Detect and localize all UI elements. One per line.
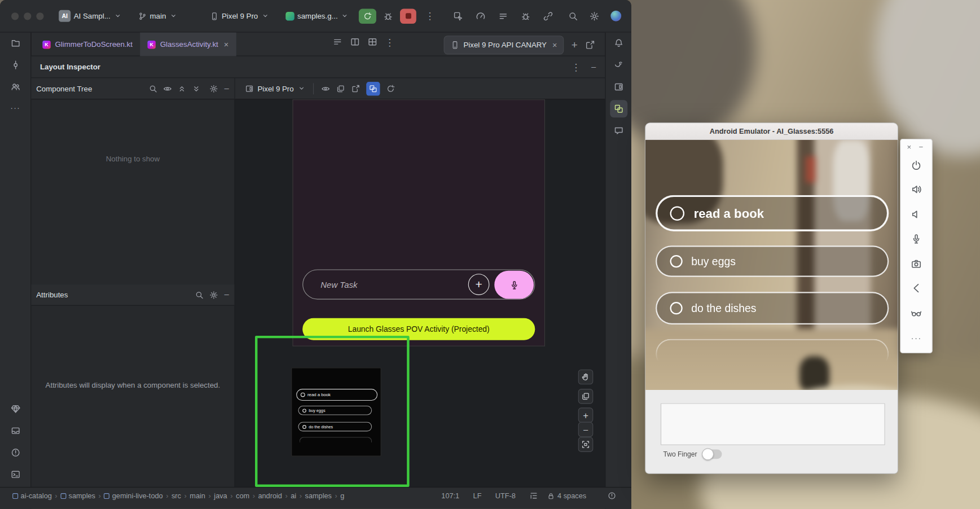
gemini-chat-icon[interactable] <box>613 126 623 136</box>
tab-glassesactivity[interactable]: K GlassesActivity.kt × <box>140 33 236 56</box>
emulator-titlebar[interactable]: Android Emulator - AI_Glasses:5556 <box>645 123 897 140</box>
debug-button[interactable] <box>381 9 395 23</box>
two-finger-toggle[interactable] <box>703 450 722 459</box>
editor-more-button[interactable]: ⋮ <box>385 37 394 47</box>
split-view-icon[interactable] <box>350 37 360 47</box>
encoding-indicator[interactable]: UTF-8 <box>495 492 516 499</box>
app-inspection-icon[interactable] <box>521 11 531 21</box>
zoom-out-button[interactable]: − <box>578 422 594 437</box>
emulator-screen[interactable]: read a book buy eggs do the dishes <box>645 140 897 389</box>
minimize-icon[interactable]: − <box>224 84 230 93</box>
volume-down-button[interactable] <box>900 202 931 227</box>
running-device-tab[interactable]: Pixel 9 Pro API CANARY × <box>443 36 564 54</box>
notifications-bell-icon[interactable] <box>613 38 623 49</box>
breadcrumb-item[interactable]: src <box>172 492 181 499</box>
snapshot-icon[interactable] <box>336 84 345 93</box>
breadcrumb-item[interactable]: samples <box>69 492 95 499</box>
device-selector[interactable]: Pixel 9 Pro <box>210 11 269 20</box>
more-toolwindows-button[interactable]: ··· <box>10 104 20 112</box>
stop-button[interactable] <box>400 8 416 24</box>
panel-more-button[interactable]: ⋮ <box>572 62 581 72</box>
running-device-close-icon[interactable]: × <box>552 40 557 50</box>
camera-button[interactable] <box>900 251 931 276</box>
tab-glimmertodoscreen[interactable]: K GlimmerToDoScreen.kt <box>35 33 140 56</box>
run-more-actions-button[interactable]: ⋮ <box>425 11 435 21</box>
add-device-button[interactable]: + <box>572 40 578 50</box>
zoom-in-button[interactable]: + <box>578 407 594 423</box>
profile-icon[interactable] <box>610 11 621 21</box>
zoom-to-fit-button[interactable] <box>578 437 594 452</box>
project-folder-icon[interactable] <box>10 38 20 49</box>
voice-input-button[interactable] <box>494 271 534 299</box>
todo-checkbox-icon[interactable] <box>670 206 684 220</box>
device-mirroring-icon[interactable] <box>543 11 553 21</box>
tab-close-icon[interactable]: × <box>224 40 228 49</box>
gemini-gem-icon[interactable] <box>10 404 20 414</box>
collapse-all-icon[interactable] <box>192 84 201 93</box>
minimize-icon[interactable]: − <box>224 290 230 300</box>
design-view-icon[interactable] <box>367 37 377 47</box>
logcat-icon[interactable] <box>498 11 508 21</box>
indent-indicator[interactable]: 4 spaces <box>547 492 586 499</box>
rerun-button[interactable] <box>359 8 376 24</box>
traffic-light-minimize[interactable] <box>24 12 31 20</box>
gradle-icon[interactable] <box>613 60 623 70</box>
breadcrumbs[interactable]: ai-catalog › samples › gemini-live-todo … <box>12 492 344 499</box>
view-options-eye-icon[interactable] <box>163 84 172 93</box>
breadcrumb-item[interactable]: ai <box>291 492 296 499</box>
terminal-icon[interactable] <box>10 469 20 480</box>
layer-spacing-button[interactable] <box>578 389 594 404</box>
pick-component-icon[interactable] <box>454 11 464 21</box>
back-button[interactable] <box>900 276 931 301</box>
problems-icon[interactable] <box>10 447 20 458</box>
render-device-selector[interactable]: Pixel 9 Pro <box>245 84 305 93</box>
code-view-icon[interactable] <box>332 37 342 47</box>
breadcrumb-item[interactable]: java <box>214 492 227 499</box>
dependencies-icon[interactable] <box>10 425 20 436</box>
live-updates-toggle[interactable] <box>366 82 380 95</box>
todo-checkbox-icon[interactable] <box>670 302 683 314</box>
refresh-icon[interactable] <box>386 84 395 93</box>
volume-up-button[interactable] <box>900 177 931 202</box>
touch-input-area[interactable] <box>661 403 885 445</box>
todo-item-read-a-book[interactable]: read a book <box>656 195 889 231</box>
breadcrumb-item[interactable]: main <box>190 492 205 499</box>
panel-minimize-button[interactable]: − <box>591 62 596 72</box>
breadcrumb-item[interactable]: gemini-live-todo <box>112 492 163 499</box>
breadcrumb-item[interactable]: com <box>236 492 249 499</box>
run-configuration-selector[interactable]: samples.g... <box>285 11 349 20</box>
line-ending-indicator[interactable]: LF <box>473 492 482 499</box>
todo-item-buy-eggs[interactable]: buy eggs <box>656 245 889 277</box>
power-button[interactable] <box>900 152 931 177</box>
traffic-light-close[interactable] <box>11 12 19 20</box>
breadcrumb-item[interactable]: ai-catalog <box>21 492 52 499</box>
microphone-button[interactable] <box>900 227 931 252</box>
device-manager-icon[interactable] <box>613 82 623 92</box>
settings-gear-icon[interactable] <box>590 11 600 21</box>
vcs-branch-selector[interactable]: main <box>138 11 177 20</box>
breadcrumb-item[interactable]: android <box>258 492 282 499</box>
search-icon[interactable] <box>195 291 204 300</box>
expand-all-icon[interactable] <box>178 84 187 93</box>
open-in-new-window-icon[interactable] <box>585 40 595 50</box>
add-task-button[interactable]: + <box>468 274 490 295</box>
cursor-position[interactable]: 107:1 <box>441 492 459 499</box>
profiler-icon[interactable] <box>476 11 486 21</box>
gear-icon[interactable] <box>209 291 218 300</box>
breadcrumb-item[interactable]: g <box>340 492 344 499</box>
view-options-eye-icon[interactable] <box>321 84 330 93</box>
export-snapshot-icon[interactable] <box>351 84 361 93</box>
todo-item-do-the-dishes[interactable]: do the dishes <box>656 292 889 324</box>
indent-style-icon[interactable] <box>529 492 538 501</box>
notifications-status-icon[interactable] <box>608 492 617 501</box>
breadcrumb-item[interactable]: samples <box>305 492 332 499</box>
more-options-button[interactable]: ··· <box>900 326 931 350</box>
traffic-light-zoom[interactable] <box>36 12 43 20</box>
project-selector[interactable]: AI AI Sampl... <box>59 10 122 22</box>
search-icon[interactable] <box>149 84 158 93</box>
toolbar-minimize-icon[interactable]: − <box>919 143 923 152</box>
toolbar-close-icon[interactable]: × <box>907 143 911 152</box>
todo-checkbox-icon[interactable] <box>670 255 683 267</box>
commit-icon[interactable] <box>10 60 20 70</box>
structure-icon[interactable] <box>10 82 20 92</box>
